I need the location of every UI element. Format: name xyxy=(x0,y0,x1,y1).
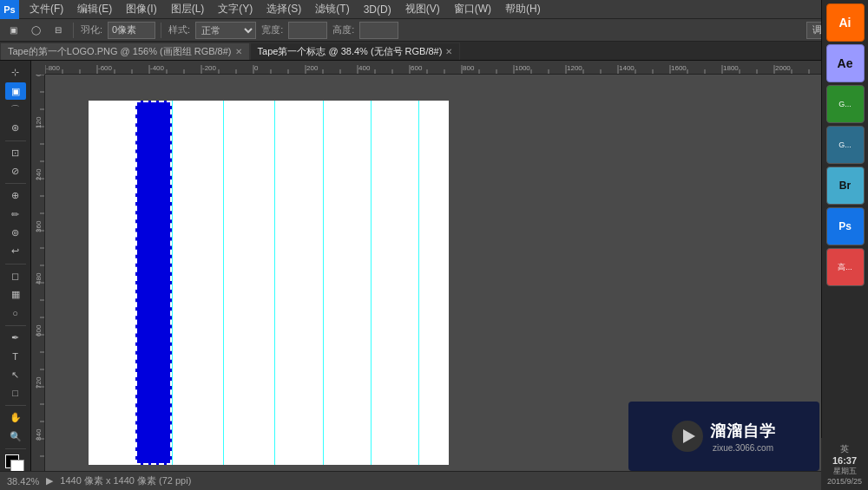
tool-brush[interactable]: ✏ xyxy=(5,206,26,222)
tool-rect-marquee[interactable]: ▣ xyxy=(3,21,23,40)
guide-line-2 xyxy=(223,101,224,465)
dock-ai[interactable]: Ai xyxy=(826,3,865,42)
app-icon: Ps xyxy=(0,0,19,19)
tab-1-close[interactable]: ✕ xyxy=(235,47,242,56)
menu-select[interactable]: 选择(S) xyxy=(260,0,308,18)
feather-label: 羽化: xyxy=(79,23,104,36)
tool-sep-4 xyxy=(5,325,26,326)
tab-2-label: Tape第一个标志 @ 38.4% (无信号 RGB/8#) xyxy=(258,45,443,58)
tool-sep-2 xyxy=(5,183,26,184)
tool-eraser[interactable]: ◻ xyxy=(5,268,26,284)
clock-date: 2015/9/25 xyxy=(827,477,862,486)
menu-3d[interactable]: 3D(D) xyxy=(357,2,398,17)
clock-lang: 英 xyxy=(840,443,849,455)
tool-lasso[interactable]: ⌒ xyxy=(5,101,26,118)
tool-clone[interactable]: ⊚ xyxy=(5,225,26,241)
menu-help[interactable]: 帮助(H) xyxy=(498,0,548,18)
tool-move[interactable]: ⊹ xyxy=(5,64,26,81)
doc-size: 1440 像素 x 1440 像素 (72 ppi) xyxy=(60,474,191,487)
feather-input[interactable] xyxy=(108,22,155,39)
toolbar: ▣ ◯ ⊟ 羽化: 样式: 正常 固定比例 固定大小 宽度: 高度: 调整边缘.… xyxy=(0,19,868,42)
style-label: 样式: xyxy=(167,23,192,36)
menu-items: 文件(F) 编辑(E) 图像(I) 图层(L) 文字(Y) 选择(S) 滤镜(T… xyxy=(19,0,548,18)
clock-area: 英 16:37 星期五 2015/9/25 xyxy=(821,438,868,490)
guide-line-4 xyxy=(323,101,324,465)
menu-text[interactable]: 文字(Y) xyxy=(211,0,260,18)
dock-br[interactable]: Br xyxy=(826,167,865,205)
tool-dodge[interactable]: ○ xyxy=(5,304,26,321)
tool-text[interactable]: T xyxy=(5,348,26,364)
clock-weekday: 星期五 xyxy=(833,466,857,477)
watermark: 溜溜自学 zixue.3066.com xyxy=(628,402,819,471)
tool-history[interactable]: ↩ xyxy=(5,243,26,259)
tab-2-close[interactable]: ✕ xyxy=(445,47,452,56)
play-triangle xyxy=(683,429,695,443)
height-input[interactable] xyxy=(359,22,398,39)
left-toolbar: ⊹ ▣ ⌒ ⊛ ⊡ ⊘ ⊕ ✏ ⊚ ↩ ◻ ▦ ○ ✒ T ↖ □ ✋ 🔍 xyxy=(0,61,31,471)
tab-1[interactable]: Tape的第一个LOGO.PNG @ 156% (画图组 RGB/8#) ✕ xyxy=(0,42,250,60)
tool-marquee[interactable]: ▣ xyxy=(5,82,26,99)
height-label: 高度: xyxy=(331,23,356,36)
dock-ps[interactable]: Ps xyxy=(826,207,865,245)
menu-file[interactable]: 文件(F) xyxy=(23,0,70,18)
menu-bar: Ps 文件(F) 编辑(E) 图像(I) 图层(L) 文字(Y) 选择(S) 滤… xyxy=(0,0,868,19)
ruler-horizontal xyxy=(45,61,821,75)
ruler-v-canvas xyxy=(31,75,44,471)
zoom-level: 38.42% xyxy=(7,476,39,487)
tool-path-select[interactable]: ↖ xyxy=(5,366,26,382)
app-dock: Ai Ae G... G... Br Ps 高... 英 16:37 星期五 2… xyxy=(821,0,868,490)
menu-image[interactable]: 图像(I) xyxy=(119,0,163,18)
tool-sep-3 xyxy=(5,264,26,265)
dock-ae[interactable]: Ae xyxy=(826,44,865,82)
tool-zoom[interactable]: 🔍 xyxy=(5,428,26,444)
clock-time: 16:37 xyxy=(832,455,857,466)
menu-view[interactable]: 视图(V) xyxy=(398,0,447,18)
width-label: 宽度: xyxy=(260,23,285,36)
status-bar: 38.42% ▶ 1440 像素 x 1440 像素 (72 ppi) xyxy=(0,471,868,490)
tool-spot-heal[interactable]: ⊕ xyxy=(5,187,26,204)
separator-2 xyxy=(161,23,161,38)
dock-gc1[interactable]: G... xyxy=(826,85,865,123)
watermark-url: zixue.3066.com xyxy=(710,443,776,453)
menu-layer[interactable]: 图层(L) xyxy=(164,0,212,18)
style-select[interactable]: 正常 固定比例 固定大小 xyxy=(195,22,256,39)
nav-arrow[interactable]: ▶ xyxy=(46,475,53,487)
tool-shape[interactable]: □ xyxy=(5,385,26,402)
width-input[interactable] xyxy=(288,22,327,39)
tool-sep-1 xyxy=(5,140,26,141)
dock-high[interactable]: 高... xyxy=(826,248,865,286)
dock-gc2[interactable]: G... xyxy=(826,126,865,164)
watermark-title: 溜溜自学 xyxy=(710,421,776,441)
tool-sep-6 xyxy=(5,448,26,449)
menu-window[interactable]: 窗口(W) xyxy=(447,0,498,18)
guide-line-1 xyxy=(172,101,173,465)
menu-edit[interactable]: 编辑(E) xyxy=(70,0,119,18)
watermark-play-icon xyxy=(672,421,703,452)
guide-line-6 xyxy=(418,101,419,465)
ruler-corner xyxy=(31,61,45,75)
tool-pen[interactable]: ✒ xyxy=(5,330,26,346)
ruler-h-canvas xyxy=(45,61,821,74)
tab-bar: Tape的第一个LOGO.PNG @ 156% (画图组 RGB/8#) ✕ T… xyxy=(0,42,868,61)
tool-wand[interactable]: ⊛ xyxy=(5,120,26,136)
tool-ellipse-marquee[interactable]: ◯ xyxy=(26,21,45,40)
menu-filter[interactable]: 滤镜(T) xyxy=(308,0,356,18)
tab-2[interactable]: Tape第一个标志 @ 38.4% (无信号 RGB/8#) ✕ xyxy=(250,42,461,60)
tool-single-row[interactable]: ⊟ xyxy=(49,21,68,40)
ruler-vertical xyxy=(31,75,45,471)
tab-1-label: Tape的第一个LOGO.PNG @ 156% (画图组 RGB/8#) xyxy=(8,45,232,58)
tool-eyedropper[interactable]: ⊘ xyxy=(5,163,26,180)
selection-border xyxy=(135,101,172,465)
tool-hand[interactable]: ✋ xyxy=(5,409,26,426)
separator-1 xyxy=(73,23,74,38)
document-canvas xyxy=(89,101,449,465)
fg-bg-colors[interactable] xyxy=(5,454,26,471)
tool-gradient[interactable]: ▦ xyxy=(5,286,26,303)
tool-sep-5 xyxy=(5,405,26,406)
guide-line-3 xyxy=(274,101,275,465)
guide-line-5 xyxy=(371,101,372,465)
tool-crop[interactable]: ⊡ xyxy=(5,144,26,160)
watermark-text: 溜溜自学 zixue.3066.com xyxy=(710,421,776,453)
